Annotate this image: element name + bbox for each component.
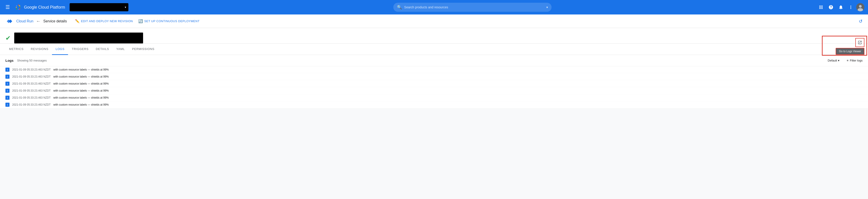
apps-icon[interactable] — [816, 3, 826, 12]
nav-right-icons — [816, 3, 864, 12]
log-timestamp: 2021-01-09 05:33:23.463 NZDT — [12, 68, 51, 71]
log-row[interactable]: i 2021-01-09 05:33:23.463 NZDT with cust… — [0, 66, 868, 73]
tab-triggers[interactable]: TRIGGERS — [68, 44, 92, 55]
log-row[interactable]: i 2021-01-09 05:33:23.463 NZDT with cust… — [0, 87, 868, 94]
log-message: with custom resource labels --- shields … — [53, 96, 109, 99]
service-name-redacted — [14, 33, 143, 44]
log-level-badge: i — [5, 96, 9, 100]
refresh-icon[interactable]: ↺ — [859, 19, 863, 24]
edit-deploy-label: EDIT AND DEPLOY NEW REVISION — [81, 20, 133, 23]
deploy-icon: 🔄 — [138, 19, 143, 23]
go-to-logs-viewer-area: Go to Logs Viewer — [836, 38, 864, 55]
top-nav: ☰ Google Cloud Platform 🔍 Search product… — [0, 0, 868, 15]
service-status-check-icon: ✔ — [5, 34, 11, 42]
logs-count: Showing 50 messages — [17, 59, 47, 62]
logs-panel: Logs Showing 50 messages Default ▾ ≡ Fil… — [0, 55, 868, 108]
search-area: 🔍 Search products and resources ▾ — [131, 3, 814, 12]
log-message: with custom resource labels --- shields … — [53, 103, 109, 106]
more-options-icon[interactable] — [846, 3, 855, 12]
service-name-area: ✔ — [0, 28, 868, 44]
log-level-badge: i — [5, 67, 9, 72]
notifications-icon[interactable] — [836, 3, 845, 12]
tab-yaml[interactable]: YAML — [113, 44, 129, 55]
avatar[interactable] — [856, 3, 864, 11]
search-bar[interactable]: 🔍 Search products and resources ▾ — [393, 3, 552, 12]
tab-permissions[interactable]: PERMISSIONS — [128, 44, 158, 55]
tab-revisions[interactable]: REVISIONS — [27, 44, 52, 55]
filter-label: Filter logs — [850, 59, 863, 62]
log-level-badge: i — [5, 82, 9, 86]
log-message: with custom resource labels --- shields … — [53, 82, 109, 85]
log-level-badge: i — [5, 89, 9, 93]
cloud-run-logo-icon — [5, 17, 13, 25]
tab-metrics[interactable]: METRICS — [5, 44, 27, 55]
log-timestamp: 2021-01-09 05:33:23.463 NZDT — [12, 103, 51, 106]
log-message: with custom resource labels --- shields … — [53, 89, 109, 92]
tab-logs[interactable]: LOGS — [52, 44, 68, 55]
log-row[interactable]: i 2021-01-09 05:33:23.463 NZDT with cust… — [0, 94, 868, 101]
breadcrumb-back-icon[interactable]: ← — [36, 19, 41, 24]
search-placeholder: Search products and resources — [404, 5, 546, 9]
go-to-logs-viewer-button[interactable]: Go to Logs Viewer — [836, 48, 864, 55]
log-rows: i 2021-01-09 05:33:23.463 NZDT with cust… — [0, 66, 868, 108]
edit-icon: ✏️ — [75, 19, 80, 23]
breadcrumb-cloud-run[interactable]: Cloud Run — [16, 19, 33, 23]
app-title: Google Cloud Platform — [24, 5, 65, 10]
logs-severity-chevron-icon: ▾ — [838, 59, 839, 62]
breadcrumb-current-page: Service details — [43, 19, 67, 23]
project-selector[interactable] — [70, 3, 128, 11]
log-row[interactable]: i 2021-01-09 05:33:23.463 NZDT with cust… — [0, 80, 868, 87]
go-to-logs-external-icon[interactable] — [855, 38, 864, 47]
logs-header: Logs Showing 50 messages Default ▾ ≡ Fil… — [0, 55, 868, 66]
log-timestamp: 2021-01-09 05:33:23.463 NZDT — [12, 75, 51, 78]
log-message: with custom resource labels --- shields … — [53, 68, 109, 71]
logs-title: Logs — [5, 59, 13, 62]
log-level-badge: i — [5, 103, 9, 107]
filter-icon: ≡ — [847, 59, 848, 62]
log-row[interactable]: i 2021-01-09 05:33:23.463 NZDT with cust… — [0, 101, 868, 108]
continuous-deploy-label: SET UP CONTINUOUS DEPLOYMENT — [144, 20, 199, 23]
svg-point-1 — [859, 5, 862, 8]
hamburger-icon[interactable]: ☰ — [4, 2, 12, 12]
log-level-badge: i — [5, 75, 9, 79]
log-message: with custom resource labels --- shields … — [53, 75, 109, 78]
logo-area: Google Cloud Platform — [14, 4, 65, 11]
logs-severity-selector[interactable]: Default ▾ — [828, 59, 839, 62]
project-selector-wrapper[interactable] — [70, 3, 128, 11]
logs-severity-label: Default — [828, 59, 837, 62]
edit-deploy-button[interactable]: ✏️ EDIT AND DEPLOY NEW REVISION — [75, 19, 133, 23]
google-cloud-logo-icon — [14, 4, 22, 11]
log-timestamp: 2021-01-09 05:33:23.463 NZDT — [12, 89, 51, 92]
help-icon[interactable] — [827, 3, 835, 12]
tab-details[interactable]: DETAILS — [92, 44, 113, 55]
breadcrumb-bar: Cloud Run ← Service details ✏️ EDIT AND … — [0, 15, 868, 28]
log-row[interactable]: i 2021-01-09 05:33:23.463 NZDT with cust… — [0, 73, 868, 80]
log-timestamp: 2021-01-09 05:33:23.463 NZDT — [12, 82, 51, 85]
logs-filter-button[interactable]: ≡ Filter logs — [847, 59, 863, 62]
continuous-deploy-button[interactable]: 🔄 SET UP CONTINUOUS DEPLOYMENT — [138, 19, 199, 23]
tabs-bar: METRICS REVISIONS LOGS TRIGGERS DETAILS … — [0, 44, 868, 55]
log-timestamp: 2021-01-09 05:33:23.463 NZDT — [12, 96, 51, 99]
search-icon: 🔍 — [397, 5, 402, 10]
breadcrumb-actions: ✏️ EDIT AND DEPLOY NEW REVISION 🔄 SET UP… — [75, 19, 199, 23]
search-chevron-icon: ▾ — [546, 5, 548, 9]
